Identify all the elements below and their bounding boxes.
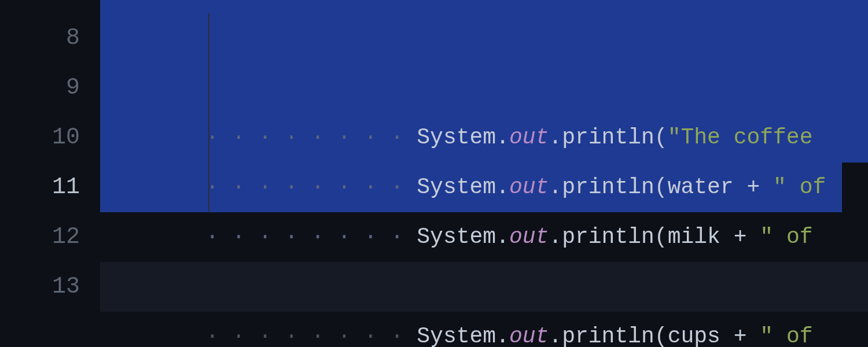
- method-call: println: [562, 224, 654, 249]
- line-number: 9: [0, 63, 100, 113]
- method-call: println: [562, 175, 654, 200]
- line-number: 8: [0, 13, 100, 63]
- field: out: [509, 224, 549, 249]
- line-number: 10: [0, 113, 100, 163]
- indent-guide: [208, 13, 209, 212]
- gutter: 8 9 10 11 12 13: [0, 0, 100, 347]
- variable: water: [668, 175, 734, 200]
- variable: cups: [668, 324, 720, 347]
- field: out: [509, 175, 549, 200]
- method-call: println: [562, 125, 654, 150]
- code-area[interactable]: · · · · public static void print(int wat…: [100, 0, 868, 347]
- code-editor[interactable]: 8 9 10 11 12 13 · · · · public static vo…: [0, 0, 868, 347]
- code-line[interactable]: · · · · · · · · System.out.println(money…: [100, 262, 868, 312]
- line-number: 12: [0, 212, 100, 262]
- line-number-current: 11: [0, 163, 100, 212]
- class-ref: System: [417, 175, 496, 200]
- string-literal: "The coffee: [668, 125, 826, 150]
- whitespace: · · · · · · · ·: [205, 125, 417, 150]
- class-ref: System: [417, 324, 496, 347]
- variable: milk: [668, 224, 720, 249]
- method-call: println: [562, 324, 654, 347]
- whitespace: · · · · · · · ·: [205, 324, 417, 347]
- whitespace: · · · · · · · ·: [205, 175, 417, 200]
- field: out: [509, 125, 549, 150]
- string-literal: " of: [760, 324, 826, 347]
- class-ref: System: [417, 224, 496, 249]
- string-literal: " of: [773, 175, 826, 200]
- line-number: 13: [0, 262, 100, 312]
- code-line[interactable]: · · · · · · · · System.out.println(water…: [100, 63, 868, 113]
- class-ref: System: [417, 125, 496, 150]
- code-line[interactable]: · · · · · · · · System.out.println("The …: [100, 13, 868, 63]
- whitespace: · · · · · · · ·: [205, 224, 417, 249]
- code-line[interactable]: · · · · public static void print(int wat…: [100, 0, 868, 13]
- line-number: [0, 0, 100, 13]
- field: out: [509, 324, 549, 347]
- string-literal: " of: [760, 224, 826, 249]
